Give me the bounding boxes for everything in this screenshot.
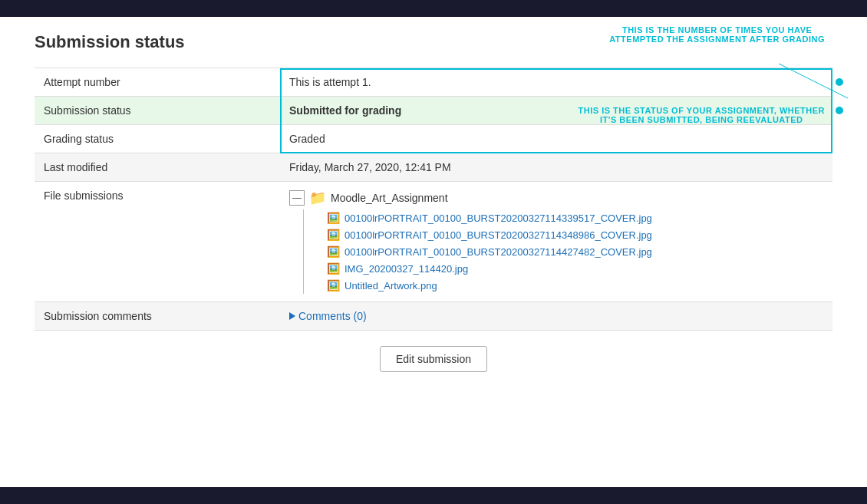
file-submissions-row: File submissions — 📁 Moodle_Art_Assignme… <box>35 182 832 302</box>
file-submissions-content: — 📁 Moodle_Art_Assignment 🖼️ 00100lrPORT… <box>280 182 832 302</box>
dot-indicator-1 <box>836 78 843 86</box>
file-icon: 🖼️ <box>327 279 340 292</box>
file-icon: 🖼️ <box>327 262 340 275</box>
folder-icon: 📁 <box>309 189 326 206</box>
row-value: This is attempt 1. <box>280 68 832 97</box>
submission-status-value: Submitted for grading <box>289 104 401 117</box>
annotation-region: Attempt number This is attempt 1. Submis… <box>35 68 832 331</box>
row-label: Submission status <box>35 97 280 125</box>
file-link[interactable]: 00100lrPORTRAIT_00100_BURST2020032711433… <box>344 212 652 224</box>
row-label: Attempt number <box>35 68 280 97</box>
file-item: 🖼️ 00100lrPORTRAIT_00100_BURST2020032711… <box>327 226 823 243</box>
table-wrapper: Attempt number This is attempt 1. Submis… <box>35 68 832 372</box>
file-link[interactable]: 00100lrPORTRAIT_00100_BURST2020032711442… <box>344 246 652 258</box>
row-value: Graded <box>280 125 832 153</box>
table-row: Grading status Graded <box>35 125 832 153</box>
file-item: 🖼️ 00100lrPORTRAIT_00100_BURST2020032711… <box>327 243 823 260</box>
submission-comments-row: Submission comments Comments (0) <box>35 302 832 331</box>
triangle-icon <box>289 312 295 320</box>
file-submissions-label: File submissions <box>35 182 280 302</box>
edit-submission-button[interactable]: Edit submission <box>380 346 487 372</box>
page-title: Submission status <box>35 32 832 52</box>
row-label: Grading status <box>35 125 280 153</box>
file-link[interactable]: 00100lrPORTRAIT_00100_BURST2020032711434… <box>344 229 652 241</box>
file-icon: 🖼️ <box>327 212 340 224</box>
file-item: 🖼️ 00100lrPORTRAIT_00100_BURST2020032711… <box>327 209 823 226</box>
table-row: Submission status Submitted for grading <box>35 97 832 125</box>
file-icon: 🖼️ <box>327 245 340 258</box>
comments-link[interactable]: Comments (0) <box>298 310 367 322</box>
file-item: 🖼️ IMG_20200327_114420.jpg <box>327 260 823 277</box>
file-link[interactable]: IMG_20200327_114420.jpg <box>344 263 468 275</box>
file-item: 🖼️ Untitled_Artwork.png <box>327 277 823 294</box>
row-label: Last modified <box>35 153 280 182</box>
file-link[interactable]: Untitled_Artwork.png <box>344 280 437 292</box>
table-row: Attempt number This is attempt 1. <box>35 68 832 97</box>
dot-indicator-2 <box>836 107 843 114</box>
file-icon: 🖼️ <box>327 229 340 241</box>
folder-row: — 📁 Moodle_Art_Assignment <box>289 189 823 206</box>
folder-name: Moodle_Art_Assignment <box>331 192 448 204</box>
edit-button-container: Edit submission <box>35 346 832 372</box>
submission-comments-content: Comments (0) <box>280 302 832 331</box>
row-value: Friday, March 27, 2020, 12:41 PM <box>280 153 832 182</box>
comments-toggle[interactable]: Comments (0) <box>289 310 823 322</box>
file-list: 🖼️ 00100lrPORTRAIT_00100_BURST2020032711… <box>303 209 823 294</box>
page-container: Submission status Attempt number This is… <box>12 17 855 418</box>
submission-comments-label: Submission comments <box>35 302 280 331</box>
table-row: Last modified Friday, March 27, 2020, 12… <box>35 153 832 182</box>
main-content: Attempt number This is attempt 1. Submis… <box>35 68 832 372</box>
attempt-value: This is attempt 1. <box>289 76 371 88</box>
collapse-icon[interactable]: — <box>289 190 305 206</box>
top-bar <box>0 0 867 17</box>
submission-table: Attempt number This is attempt 1. Submis… <box>35 68 832 331</box>
row-value: Submitted for grading <box>280 97 832 125</box>
file-tree: — 📁 Moodle_Art_Assignment 🖼️ 00100lrPORT… <box>289 189 823 294</box>
